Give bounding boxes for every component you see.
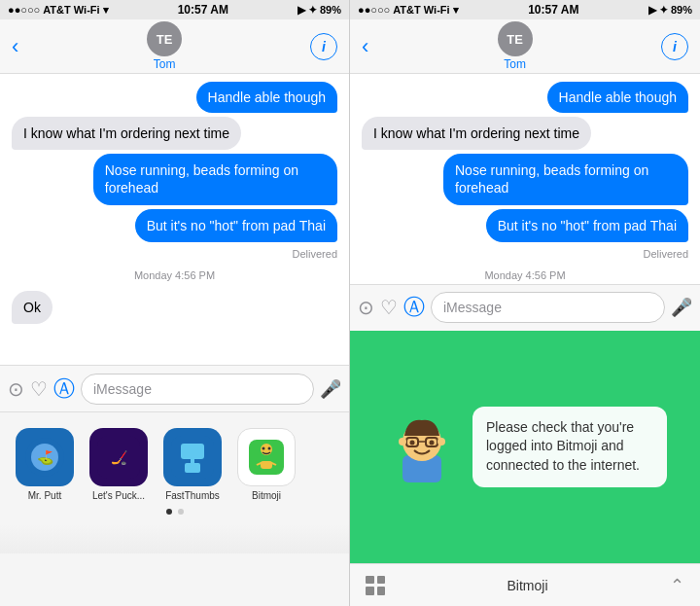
right-msg-outgoing-1: Nose running, beads forming on forehead xyxy=(443,154,688,204)
bitmoji-label: Bitmoji xyxy=(252,490,281,501)
left-app-fastthumb[interactable]: FastThumbs xyxy=(163,428,222,501)
mr-putt-svg: ⛳ xyxy=(23,436,66,479)
grid-cell-1 xyxy=(366,576,374,585)
left-status-bar: ●●○○○ AT&T Wi-Fi ▾ 10:57 AM ▶ ✦ 89% xyxy=(0,0,349,19)
left-mic-icon[interactable]: 🎤 xyxy=(320,378,341,400)
left-app-mr-putt[interactable]: ⛳ Mr. Putt xyxy=(16,428,74,501)
lets-puck-svg: 🏒 xyxy=(97,436,140,479)
right-back-chevron: ‹ xyxy=(362,34,368,59)
left-carrier: ●●○○○ AT&T Wi-Fi ▾ xyxy=(8,4,109,17)
battery-level: 89% xyxy=(320,4,341,16)
bitmoji-bottom-bar: Bitmoji ⌃ xyxy=(350,563,700,606)
tray-dot-2 xyxy=(178,509,184,515)
tray-dot-1 xyxy=(166,509,172,515)
right-input-bar: ⊙ ♡ Ⓐ iMessage 🎤 xyxy=(350,284,700,331)
bitmoji-bottom-label: Bitmoji xyxy=(507,578,547,593)
right-msg-outgoing-1-text: Nose running, beads forming on forehead xyxy=(455,162,648,196)
right-msg-outgoing-2-text: But it's no "hot" from pad Thai xyxy=(498,218,677,233)
bitmoji-chevron-up-icon[interactable]: ⌃ xyxy=(670,575,684,596)
mr-putt-label: Mr. Putt xyxy=(28,490,61,501)
tray-gradient xyxy=(0,524,349,553)
right-info-button[interactable]: i xyxy=(661,33,688,60)
left-heart-icon[interactable]: ♡ xyxy=(30,377,48,401)
right-msg-incoming-1: I know what I'm ordering next time xyxy=(362,117,591,150)
left-app-tray: ⛳ Mr. Putt 🏒 Let's Puck... xyxy=(0,411,349,606)
left-info-icon: i xyxy=(322,39,326,54)
left-battery: ▶ ✦ 89% xyxy=(298,4,341,17)
bitmoji-content: Please check that you're logged into Bit… xyxy=(383,407,667,487)
left-camera-icon[interactable]: ⊙ xyxy=(8,377,24,401)
bitmoji-character-svg xyxy=(383,407,461,484)
right-nav-center[interactable]: TE Tom xyxy=(498,21,533,71)
svg-point-21 xyxy=(410,440,415,445)
grid-cell-3 xyxy=(366,587,374,595)
svg-rect-9 xyxy=(191,455,194,465)
fastthumb-svg xyxy=(171,436,214,479)
right-messages-area: Handle able though I know what I'm order… xyxy=(350,74,700,284)
right-delivered-label: Delivered xyxy=(362,248,688,260)
svg-text:⛳: ⛳ xyxy=(37,449,54,466)
left-contact-name: Tom xyxy=(154,57,176,71)
svg-point-15 xyxy=(268,447,271,450)
right-avatar-initials: TE xyxy=(507,32,523,47)
left-msg-outgoing-1: Nose running, beads forming on forehead xyxy=(93,154,337,204)
fastthumb-icon[interactable] xyxy=(163,428,222,486)
right-status-bar: ●●○○○ AT&T Wi-Fi ▾ 10:57 AM ▶ ✦ 89% xyxy=(350,0,700,19)
bitmoji-message: Please check that you're logged into Bit… xyxy=(486,419,640,473)
right-msg-incoming-1-text: I know what I'm ordering next time xyxy=(373,125,579,141)
svg-point-24 xyxy=(438,438,445,446)
right-msg-truncated-text: Handle able though xyxy=(559,89,677,105)
right-msg-outgoing-2: But it's no "hot" from pad Thai xyxy=(486,209,688,242)
right-contact-name: Tom xyxy=(504,57,526,71)
signal-dots: ●●○○○ xyxy=(8,4,40,16)
right-imessage-input[interactable]: iMessage xyxy=(431,292,665,323)
left-info-button[interactable]: i xyxy=(310,33,337,60)
svg-point-23 xyxy=(399,438,406,446)
left-messages-area: Handle able though I know what I'm order… xyxy=(0,74,349,365)
right-msg-truncated: Handle able though xyxy=(547,82,688,113)
lets-puck-icon[interactable]: 🏒 xyxy=(89,428,148,486)
left-nav-center[interactable]: TE Tom xyxy=(147,21,182,71)
left-back-button[interactable]: ‹ xyxy=(12,34,18,59)
left-app-bitmoji[interactable]: Bitmoji xyxy=(237,428,296,501)
right-timestamp: Monday 4:56 PM xyxy=(362,269,688,281)
right-mic-icon[interactable]: 🎤 xyxy=(671,297,692,318)
left-msg-ok-text: Ok xyxy=(23,300,41,315)
right-info-icon: i xyxy=(673,39,677,54)
right-back-button[interactable]: ‹ xyxy=(362,34,368,59)
grid-cell-4 xyxy=(377,587,386,595)
left-avatar-initials: TE xyxy=(157,32,173,47)
right-carrier-name: AT&T Wi-Fi xyxy=(393,4,449,16)
bitmoji-svg xyxy=(241,432,292,482)
left-avatar: TE xyxy=(147,21,182,56)
right-heart-icon[interactable]: ♡ xyxy=(380,296,398,319)
right-battery: ▶ ✦ 89% xyxy=(648,4,692,17)
left-app-lets-puck[interactable]: 🏒 Let's Puck... xyxy=(89,428,148,501)
left-timestamp: Monday 4:56 PM xyxy=(12,269,337,281)
right-time: 10:57 AM xyxy=(528,3,578,17)
left-input-bar: ⊙ ♡ Ⓐ iMessage 🎤 xyxy=(0,365,349,411)
lets-puck-label: Let's Puck... xyxy=(92,490,145,501)
left-tray-dots xyxy=(0,509,349,524)
right-battery-level: 89% xyxy=(671,4,692,16)
right-appstore-icon[interactable]: Ⓐ xyxy=(403,293,425,322)
bluetooth-icon: ✦ xyxy=(308,4,317,17)
left-appstore-icon[interactable]: Ⓐ xyxy=(53,374,75,404)
mr-putt-icon[interactable]: ⛳ xyxy=(16,428,74,486)
right-nav-header: ‹ TE Tom i xyxy=(350,19,700,74)
right-signal-dots: ●●○○○ xyxy=(358,4,390,16)
left-phone-panel: ●●○○○ AT&T Wi-Fi ▾ 10:57 AM ▶ ✦ 89% ‹ TE… xyxy=(0,0,350,606)
left-msg-truncated: Handle able though xyxy=(196,82,337,113)
bitmoji-icon[interactable] xyxy=(237,428,296,486)
left-nav-header: ‹ TE Tom i xyxy=(0,19,349,74)
right-bluetooth-icon: ✦ xyxy=(659,4,668,17)
left-delivered-label: Delivered xyxy=(12,248,337,260)
right-camera-icon[interactable]: ⊙ xyxy=(358,296,374,319)
left-app-tray-row: ⛳ Mr. Putt 🏒 Let's Puck... xyxy=(0,412,349,509)
grid-cell-2 xyxy=(377,576,386,585)
left-msg-truncated-text: Handle able though xyxy=(208,89,326,105)
left-imessage-input[interactable]: iMessage xyxy=(81,374,314,405)
left-time: 10:57 AM xyxy=(178,3,228,17)
svg-point-14 xyxy=(262,447,265,450)
bitmoji-grid-icon[interactable] xyxy=(366,576,385,595)
